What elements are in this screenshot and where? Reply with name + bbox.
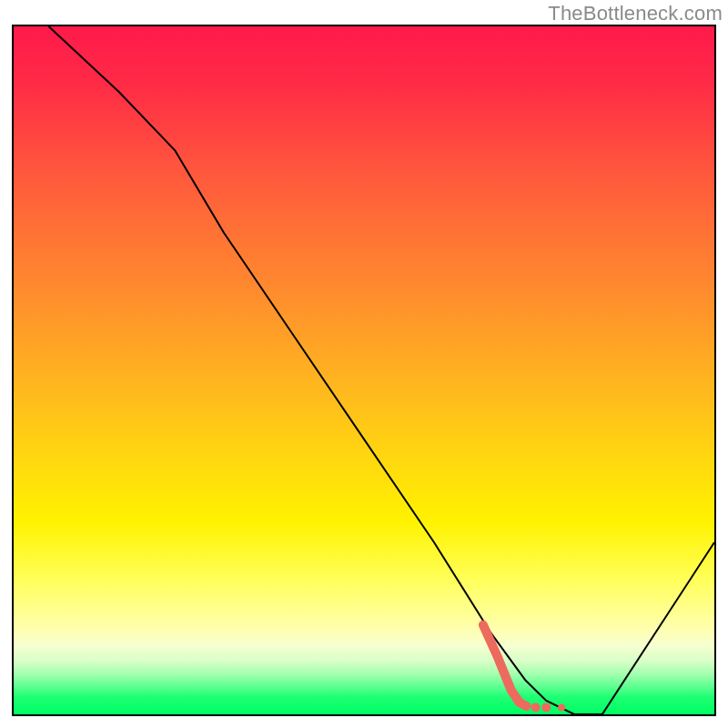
watermark-text: TheBottleneck.com bbox=[548, 2, 723, 25]
plot-frame bbox=[12, 25, 716, 716]
scatter-dot bbox=[541, 703, 551, 712]
chart-container: TheBottleneck.com bbox=[0, 0, 728, 728]
salmon-dots bbox=[531, 703, 566, 712]
chart-svg bbox=[14, 26, 714, 714]
salmon-marker bbox=[483, 625, 527, 706]
scatter-dot bbox=[531, 703, 541, 712]
scatter-dot bbox=[558, 703, 565, 711]
plot-area bbox=[14, 26, 714, 714]
black-curve bbox=[49, 26, 715, 714]
